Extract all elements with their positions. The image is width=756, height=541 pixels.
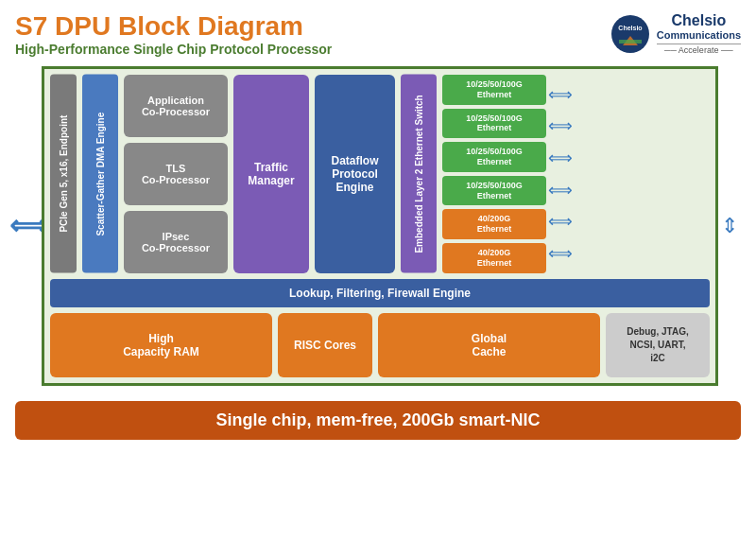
ram-box: HighCapacity RAM xyxy=(50,313,272,377)
svg-rect-3 xyxy=(619,40,642,44)
chip-block: PCIe Gen 5, x16, Endpoint Scatter-Gather… xyxy=(42,66,718,386)
embedded-switch: Embedded Layer 2 Ethernet Switch xyxy=(401,75,437,273)
bottom-down-arrow-icon: ⇕ xyxy=(721,216,738,236)
right-arrows: ⟺ ⟺ ⟺ ⟺ ⟺ ⟺ xyxy=(548,75,571,273)
main-title: S7 DPU Block Diagram xyxy=(15,11,332,42)
bottom-down-arrow-container: ⇕ xyxy=(718,216,741,236)
header: S7 DPU Block Diagram High-Performance Si… xyxy=(15,11,741,57)
subtitle: High-Performance Single Chip Protocol Pr… xyxy=(15,42,332,57)
eth-port-3: 10/25/50/100GEthernet xyxy=(442,142,546,172)
app-coprocessor: ApplicationCo-Processor xyxy=(124,75,228,137)
svg-text:Chelsio: Chelsio xyxy=(618,25,642,31)
eth-arrow-6-icon: ⟺ xyxy=(548,243,571,264)
svg-point-0 xyxy=(611,15,649,53)
coprocessors-col: ApplicationCo-Processor TLSCo-Processor … xyxy=(124,75,228,273)
page: S7 DPU Block Diagram High-Performance Si… xyxy=(0,0,756,541)
pcie-left-arrow: ⟺ xyxy=(15,210,42,241)
footer-banner: Single chip, mem-free, 200Gb smart-NIC xyxy=(15,401,741,440)
sg-label: Scatter-Gather DMA Engine xyxy=(82,75,118,273)
eth-arrow-2-icon: ⟺ xyxy=(548,115,571,136)
eth-arrow-3-icon: ⟺ xyxy=(548,148,571,168)
chip-inner: PCIe Gen 5, x16, Endpoint Scatter-Gather… xyxy=(50,75,710,377)
ipsec-coprocessor: IPsecCo-Processor xyxy=(124,211,228,273)
eth-arrow-5-icon: ⟺ xyxy=(548,211,571,232)
ethernet-col: 10/25/50/100GEthernet 10/25/50/100GEther… xyxy=(442,75,546,273)
dataflow-engine: DataflowProtocolEngine xyxy=(315,75,395,273)
eth-arrow-1-icon: ⟺ xyxy=(548,84,571,105)
diagram-wrapper: ⟺ PCIe Gen 5, x16, Endpoint Scatter-Gath… xyxy=(15,66,741,440)
eth-arrow-4-icon: ⟺ xyxy=(548,180,571,201)
lookup-bar: Lookup, Filtering, Firewall Engine xyxy=(50,279,710,307)
pcie-label: PCIe Gen 5, x16, Endpoint xyxy=(50,75,77,273)
risc-box: RISC Cores xyxy=(278,313,372,377)
eth-port-1: 10/25/50/100GEthernet xyxy=(442,75,546,105)
eth-port-4: 10/25/50/100GEthernet xyxy=(442,176,546,206)
eth-port-6: 40/200GEthernet xyxy=(442,243,546,273)
ethernet-section: 10/25/50/100GEthernet 10/25/50/100GEther… xyxy=(442,75,571,273)
eth-port-5: 40/200GEthernet xyxy=(442,209,546,239)
title-block: S7 DPU Block Diagram High-Performance Si… xyxy=(15,11,332,57)
eth-port-2: 10/25/50/100GEthernet xyxy=(442,109,546,139)
traffic-manager: TrafficManager xyxy=(233,75,309,273)
chelsio-logo-icon: Chelsio xyxy=(610,13,651,55)
cache-box: GlobalCache xyxy=(378,313,600,377)
debug-box: Debug, JTAG,NCSI, UART,i2C xyxy=(606,313,710,377)
logo: Chelsio Chelsio Communications ── Accele… xyxy=(610,11,741,56)
outer-row: ⟺ PCIe Gen 5, x16, Endpoint Scatter-Gath… xyxy=(15,66,741,386)
bottom-row: HighCapacity RAM RISC Cores GlobalCache … xyxy=(50,313,710,377)
logo-text: Chelsio Communications ── Accelerate ── xyxy=(657,11,741,56)
main-inner-row: PCIe Gen 5, x16, Endpoint Scatter-Gather… xyxy=(50,75,710,273)
tls-coprocessor: TLSCo-Processor xyxy=(124,143,228,205)
